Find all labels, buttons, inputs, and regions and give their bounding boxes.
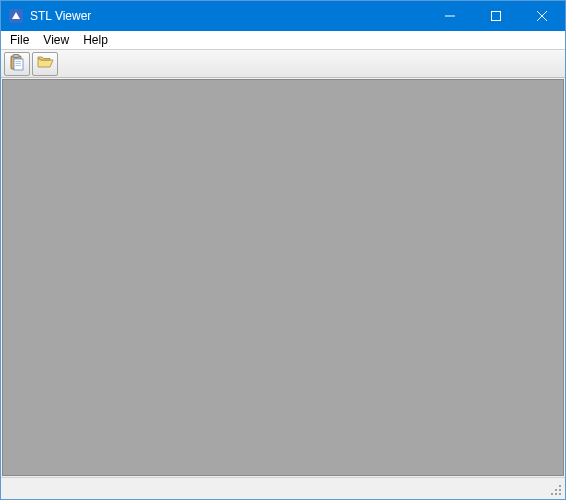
svg-rect-13 bbox=[559, 489, 561, 491]
viewport[interactable] bbox=[2, 79, 564, 476]
svg-rect-15 bbox=[555, 493, 557, 495]
menubar: File View Help bbox=[1, 31, 565, 50]
paste-icon bbox=[8, 53, 26, 74]
menu-help[interactable]: Help bbox=[76, 32, 115, 48]
app-icon bbox=[8, 8, 24, 24]
close-button[interactable] bbox=[519, 1, 565, 31]
svg-rect-7 bbox=[14, 59, 23, 70]
svg-rect-12 bbox=[555, 489, 557, 491]
folder-open-icon bbox=[36, 53, 54, 74]
window-controls bbox=[427, 1, 565, 31]
menu-file[interactable]: File bbox=[3, 32, 36, 48]
menu-view[interactable]: View bbox=[36, 32, 76, 48]
minimize-button[interactable] bbox=[427, 1, 473, 31]
maximize-button[interactable] bbox=[473, 1, 519, 31]
toolbar bbox=[1, 50, 565, 78]
paste-button[interactable] bbox=[4, 52, 30, 76]
open-button[interactable] bbox=[32, 52, 58, 76]
svg-rect-6 bbox=[13, 55, 19, 58]
size-grip[interactable] bbox=[547, 481, 563, 497]
svg-rect-14 bbox=[551, 493, 553, 495]
svg-rect-16 bbox=[559, 493, 561, 495]
statusbar bbox=[1, 477, 565, 499]
window-title: STL Viewer bbox=[30, 1, 91, 31]
svg-rect-11 bbox=[559, 485, 561, 487]
window: STL Viewer File View Help bbox=[0, 0, 566, 500]
svg-rect-2 bbox=[492, 12, 501, 21]
titlebar[interactable]: STL Viewer bbox=[1, 1, 565, 31]
viewport-container bbox=[1, 78, 565, 477]
